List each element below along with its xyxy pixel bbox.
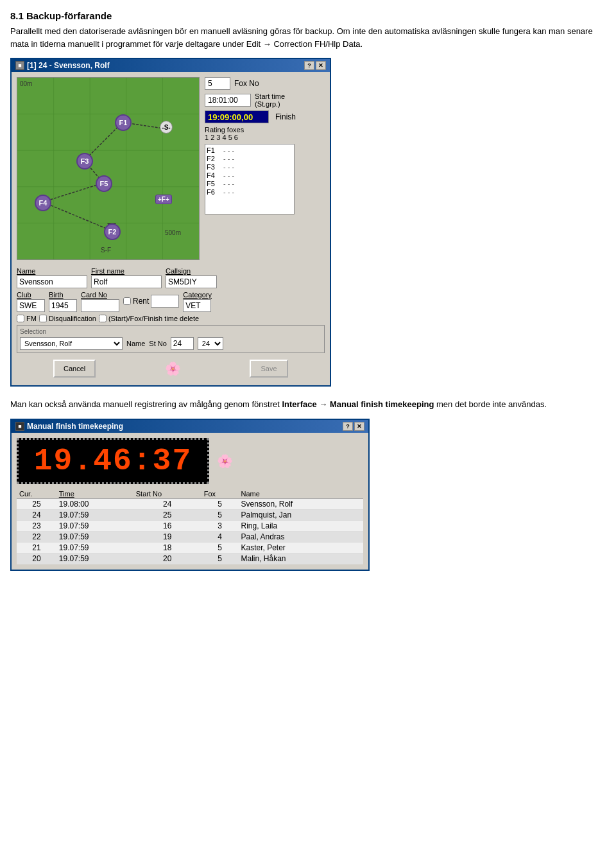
mf-dialog-title: Manual finish timekeeping [27,422,123,431]
mf-cell-fox: 3 [201,520,239,531]
callsign-input[interactable] [166,275,217,288]
fox-list-f5: F5 - - - [207,180,293,187]
close-button[interactable]: ✕ [316,61,326,70]
fox-list-area[interactable]: F1 - - - F2 - - - F3 - - - F4 - - - [205,144,295,214]
para2: Man kan också använda manuell registreri… [10,398,606,411]
fox-list-f3: F3 - - - [207,163,293,171]
mf-cell-name: Palmquist, Jan [238,509,363,520]
stno-dropdown[interactable]: 24 [198,337,223,350]
mf-help-button[interactable]: ? [343,422,353,431]
club-input[interactable] [17,299,45,312]
fox-list-f4: F4 - - - [207,171,293,179]
birth-label: Birth [49,291,64,299]
rent-checkbox[interactable] [123,297,131,305]
selection-dropdown[interactable]: Svensson, Rolf [20,337,123,350]
save-button[interactable]: Save [250,360,288,378]
col-time: Time [56,489,133,499]
mf-cell-startno: 16 [133,520,201,531]
mf-cell-time: 19.08:00 [56,498,133,509]
mf-cell-name: Svensson, Rolf [238,498,363,509]
mf-cell-startno: 19 [133,531,201,542]
fox-list-f1: F1 - - - [207,146,293,154]
mf-cell-startno: 24 [133,498,201,509]
para2-post: men det borde inte användas. [434,399,547,409]
mf-cell-time: 19.07:59 [56,520,133,531]
mf-cell-cur: 23 [17,520,56,531]
disq-checkbox[interactable] [39,315,47,322]
startfox-label: (Start)/Fox/Finish time delete [108,315,199,322]
finish-input[interactable] [205,110,269,123]
form-section: Name First name Callsign Club [17,266,325,380]
startfox-checkbox[interactable] [99,315,107,322]
help-button[interactable]: ? [304,61,314,70]
firstname-input[interactable] [91,275,162,288]
cancel-button[interactable]: Cancel [53,360,96,378]
mf-table-row: 2019.07:59205Malin, Håkan [17,553,363,564]
mf-cell-cur: 25 [17,498,56,509]
firstname-label: First name [91,267,124,275]
start-time-input[interactable] [205,94,251,107]
sf-label: S-F [101,247,111,254]
right-panel: Fox No Start time (St.grp.) Finish [205,77,325,264]
dialog-icon: ■ [15,61,24,70]
dialog-titlebar: ■ [1] 24 - Svensson, Rolf ? ✕ [12,59,330,72]
mf-cell-time: 19.07:59 [56,509,133,520]
mf-cell-fox: 4 [201,531,239,542]
dialog-title: [1] 24 - Svensson, Rolf [27,61,110,70]
checkbox-row: FM Disqualification (Start)/Fox/Finish t… [17,315,325,322]
mf-cell-fox: 5 [201,553,239,564]
fox-list-f2: F2 - - - [207,155,293,162]
fm-checkbox[interactable] [17,315,24,322]
mf-table-row: 2119.07:59185Kaster, Peter [17,542,363,553]
category-label: Category [183,291,212,299]
mf-top-row: 19.46:37 🌸 [17,438,363,484]
selection-row: Svensson, Rolf Name St No 24 [20,337,321,350]
rent-label: Rent [133,297,149,306]
cardno-label: Card No [81,291,107,299]
map-corner-500m: 500m [165,229,181,236]
mf-cell-name: Ring, Laila [238,520,363,531]
mf-close-button[interactable]: ✕ [354,422,364,431]
fox-f4-label: F4 [35,195,51,211]
fm-checkbox-item: FM [17,315,37,322]
category-input[interactable] [183,299,211,312]
mf-dialog-icon: ■ [15,422,24,431]
mf-cell-time: 19.07:59 [56,553,133,564]
map-area: F1 F3 F5 F4 F2 -S- +F+ 00m 500m S-F [17,77,200,260]
fox-no-label: Fox No [234,79,259,88]
group-input[interactable] [151,295,179,308]
title-left: ■ [1] 24 - Svensson, Rolf [15,61,110,70]
mf-table-row: 2419.07:59255Palmquist, Jan [17,509,363,520]
callsign-label: Callsign [166,267,191,275]
flower-icon: 🌸 [164,360,182,378]
mf-table: Cur. Time Start No Fox Name 2519.08:0024… [17,489,363,564]
fox-f1-label: F1 [115,114,132,131]
para2-bold: Interface → Manual finish timekeeping [282,399,434,409]
name-label: Name [17,267,35,275]
birth-input[interactable] [49,299,77,312]
finish-label: Finish [275,112,296,121]
cardno-input[interactable] [81,299,119,312]
finish-row: Finish [205,110,325,123]
main-content-row: F1 F3 F5 F4 F2 -S- +F+ 00m 500m S-F [17,77,325,264]
map-corner-00m: 00m [20,80,32,87]
selection-box: Selection Svensson, Rolf Name St No 24 [17,325,325,353]
big-time-display: 19.46:37 [17,438,209,484]
name-input[interactable] [17,275,87,288]
fox-no-input[interactable] [205,77,230,90]
start-s-marker: -S- [160,121,173,134]
mf-body: 19.46:37 🌸 Cur. Time Start No Fox Name 2… [12,433,368,570]
stno-input[interactable] [171,337,194,350]
start-time-row: Start time (St.grp.) [205,92,325,108]
mf-cell-name: Malin, Håkan [238,553,363,564]
name-st-label: Name [126,340,145,347]
mf-cell-name: Kaster, Peter [238,542,363,553]
col-startno: Start No [133,489,201,499]
mf-cell-fox: 5 [201,542,239,553]
rating-section: Rating foxes 1 2 3 4 5 6 [205,126,325,141]
title-buttons: ? ✕ [304,61,326,70]
mf-table-row: 2219.07:59194Paal, Andras [17,531,363,542]
stno-label: St No [149,340,167,347]
mf-titlebar: ■ Manual finish timekeeping ? ✕ [12,420,368,433]
mf-cell-name: Paal, Andras [238,531,363,542]
